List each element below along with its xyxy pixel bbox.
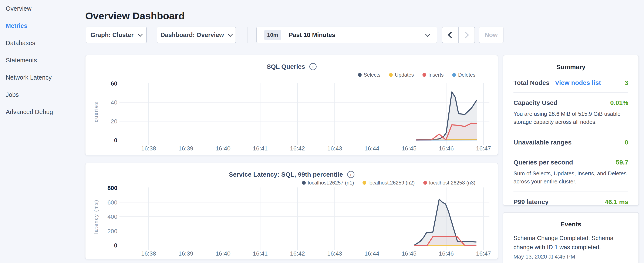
svg-text:800: 800: [107, 185, 117, 191]
svg-text:16:40: 16:40: [216, 145, 230, 152]
svg-text:16:47: 16:47: [476, 145, 491, 152]
svg-text:16:43: 16:43: [327, 250, 342, 257]
svg-text:20: 20: [111, 118, 117, 125]
graph-dropdown-label: Graph: Cluster: [90, 32, 134, 39]
summary-row-description: Sum of Selects, Updates, Inserts, and De…: [514, 169, 628, 185]
graph-dropdown[interactable]: Graph: Cluster: [86, 27, 147, 43]
svg-text:queries: queries: [93, 102, 99, 122]
chevron-down-icon: [425, 32, 430, 37]
time-range-label: Past 10 Minutes: [289, 32, 335, 39]
sidebar-item-overview[interactable]: Overview: [0, 0, 85, 17]
svg-text:16:42: 16:42: [290, 250, 305, 257]
service-latency-chart: 020040060080016:3816:3916:4016:4116:4216…: [86, 163, 498, 259]
svg-text:16:47: 16:47: [476, 250, 491, 257]
svg-text:16:46: 16:46: [439, 250, 454, 257]
svg-text:16:46: 16:46: [439, 145, 454, 152]
svg-text:40: 40: [111, 99, 117, 106]
summary-heading: Summary: [503, 55, 638, 71]
summary-row: Capacity Used0.01%You are using 28.6 MiB…: [514, 93, 628, 132]
view-nodes-list-link[interactable]: View nodes list: [555, 79, 601, 86]
summary-row-label: Total Nodes: [514, 79, 550, 86]
svg-text:60: 60: [111, 80, 117, 87]
toolbar-divider: [247, 27, 248, 43]
summary-row-value: 0.01%: [610, 99, 628, 106]
svg-text:16:43: 16:43: [327, 145, 342, 152]
summary-row-description: You are using 28.6 MiB of 515.9 GiB usab…: [514, 110, 628, 126]
svg-text:16:44: 16:44: [364, 250, 379, 257]
next-time-button[interactable]: [458, 27, 474, 43]
summary-panel: Summary Total NodesView nodes list3Capac…: [503, 55, 639, 206]
summary-row-label: P99 latency: [514, 198, 548, 205]
time-range-selector[interactable]: 10m Past 10 Minutes: [256, 27, 437, 43]
dashboard-dropdown[interactable]: Dashboard: Overview: [157, 27, 236, 43]
sidebar-item-statements[interactable]: Statements: [0, 52, 85, 69]
svg-text:16:41: 16:41: [253, 250, 268, 257]
sql-queries-chart-card: SQL Queries i SelectsUpdatesInsertsDelet…: [85, 55, 498, 155]
events-list: Schema Change Completed: Schema change w…: [503, 228, 638, 260]
events-heading: Events: [503, 212, 638, 228]
svg-text:16:41: 16:41: [253, 145, 268, 152]
chevron-left-icon: [448, 32, 454, 38]
summary-row-label: Capacity Used: [514, 99, 558, 106]
svg-text:16:38: 16:38: [141, 250, 156, 257]
chevron-right-icon: [463, 32, 469, 38]
sidebar-item-metrics[interactable]: Metrics: [0, 17, 85, 35]
summary-row: Unavailable ranges0: [514, 132, 628, 152]
svg-text:16:45: 16:45: [402, 145, 416, 152]
page-title: Overview Dashboard: [85, 10, 185, 22]
event-item[interactable]: Schema Change Completed: Schema change w…: [503, 228, 638, 260]
sidebar: OverviewMetricsDatabasesStatementsNetwor…: [0, 0, 85, 121]
previous-time-button[interactable]: [442, 27, 458, 43]
summary-row-label: Unavailable ranges: [514, 139, 572, 146]
sidebar-item-databases[interactable]: Databases: [0, 35, 85, 52]
svg-text:16:42: 16:42: [290, 145, 305, 152]
summary-rows: Total NodesView nodes list3Capacity Used…: [503, 71, 638, 211]
sidebar-item-advanced-debug[interactable]: Advanced Debug: [0, 103, 85, 121]
chevron-down-icon: [138, 32, 143, 37]
dashboard-dropdown-label: Dashboard: Overview: [160, 32, 224, 39]
event-timestamp: May 13, 2020 at 4:45 PM: [514, 253, 628, 260]
time-step-buttons: [442, 27, 475, 43]
summary-row-value: 46.1 ms: [605, 198, 628, 205]
summary-row: P99 latency46.1 ms: [514, 192, 628, 211]
time-range-badge: 10m: [264, 30, 281, 40]
now-button[interactable]: Now: [479, 27, 504, 43]
summary-row: Total NodesView nodes list3: [514, 73, 628, 93]
svg-text:16:45: 16:45: [402, 250, 416, 257]
event-text: Schema Change Completed: Schema change w…: [514, 233, 628, 252]
svg-text:0: 0: [114, 242, 117, 249]
summary-row-value: 59.7: [616, 159, 628, 166]
svg-text:latency (ms): latency (ms): [93, 199, 99, 234]
svg-text:16:44: 16:44: [364, 145, 379, 152]
svg-text:600: 600: [107, 199, 117, 206]
events-panel: Events Schema Change Completed: Schema c…: [503, 212, 639, 263]
summary-row: Queries per second59.7Sum of Selects, Up…: [514, 152, 628, 192]
svg-text:16:38: 16:38: [141, 145, 156, 152]
svg-text:400: 400: [107, 213, 117, 220]
chevron-down-icon: [228, 32, 233, 37]
sql-queries-chart: 020406016:3816:3916:4016:4116:4216:4316:…: [86, 55, 498, 155]
svg-text:0: 0: [114, 137, 117, 144]
now-button-label: Now: [484, 32, 498, 39]
svg-text:16:39: 16:39: [178, 145, 193, 152]
summary-row-value: 3: [625, 79, 628, 86]
svg-text:200: 200: [107, 228, 117, 234]
summary-row-value: 0: [625, 139, 628, 146]
service-latency-chart-card: Service Latency: SQL, 99th percentile i …: [85, 163, 498, 259]
summary-row-label: Queries per second: [514, 159, 573, 166]
sidebar-item-jobs[interactable]: Jobs: [0, 86, 85, 103]
svg-text:16:39: 16:39: [178, 250, 193, 257]
sidebar-item-network-latency[interactable]: Network Latency: [0, 69, 85, 86]
svg-text:16:40: 16:40: [216, 250, 230, 257]
